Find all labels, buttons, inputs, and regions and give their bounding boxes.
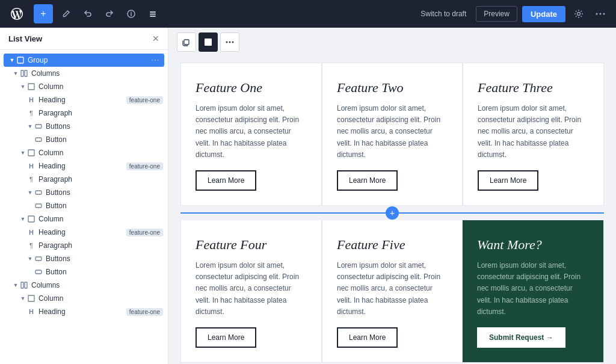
sidebar-item-buttons-1[interactable]: ▼ Buttons xyxy=(0,120,168,133)
preview-button[interactable]: Preview xyxy=(476,6,517,22)
tree-label-heading-3: Heading xyxy=(38,228,124,236)
sidebar-item-heading-2[interactable]: H Heading feature-one xyxy=(0,159,168,173)
tree-toggle-btns-1[interactable]: ▼ xyxy=(26,123,34,130)
sidebar-item-column-2[interactable]: ▼ Column xyxy=(0,146,168,159)
main-area: List View ✕ ▼ Group ⋯ ▼ Columns xyxy=(0,28,616,364)
sidebar: List View ✕ ▼ Group ⋯ ▼ Columns xyxy=(0,28,168,364)
divider-line xyxy=(180,212,386,214)
sidebar-item-button-1[interactable]: Button xyxy=(0,133,168,146)
tree-toggle-col-1[interactable]: ▼ xyxy=(19,83,26,90)
column-icon-1 xyxy=(26,82,36,91)
duplicate-tool-button[interactable] xyxy=(177,32,196,52)
sidebar-item-paragraph-1[interactable]: ¶ Paragraph xyxy=(0,106,168,120)
tree-toggle-col-2[interactable]: ▼ xyxy=(19,149,26,156)
sidebar-item-buttons-3[interactable]: ▼ Buttons xyxy=(0,252,168,265)
feature-text-2: Lorem ipsum dolor sit amet, consectetur … xyxy=(337,103,448,161)
sidebar-item-columns-1[interactable]: ▼ Columns xyxy=(0,67,168,80)
edit-icon-button[interactable] xyxy=(58,5,75,22)
heading-badge-4: feature-one xyxy=(126,308,163,316)
button-icon-3 xyxy=(34,267,43,277)
tree-label-buttons-1: Buttons xyxy=(46,122,163,131)
button-icon-2 xyxy=(34,201,43,211)
settings-gear-button[interactable] xyxy=(570,5,587,22)
add-row-button[interactable]: + xyxy=(386,206,399,220)
tree-label-columns-1: Columns xyxy=(31,69,163,78)
buttons-icon-1 xyxy=(34,122,43,131)
feature-card-2: Feature Two Lorem ipsum dolor sit amet, … xyxy=(322,63,463,205)
paragraph-icon-3: ¶ xyxy=(26,241,36,250)
tree-more-group[interactable]: ⋯ xyxy=(151,55,159,65)
tree-toggle-columns-2[interactable]: ▼ xyxy=(12,282,19,289)
sidebar-item-buttons-2[interactable]: ▼ Buttons xyxy=(0,186,168,199)
svg-rect-17 xyxy=(28,216,34,222)
undo-button[interactable] xyxy=(79,5,96,22)
tree-label-buttons-2: Buttons xyxy=(46,188,163,197)
svg-rect-12 xyxy=(35,125,42,128)
feature-text-4: Lorem ipsum dolor sit amet, consectetur … xyxy=(196,260,307,318)
svg-point-4 xyxy=(578,13,581,16)
editor-more-button[interactable] xyxy=(220,32,239,52)
learn-more-button-1[interactable]: Learn More xyxy=(196,170,256,191)
paragraph-icon-1: ¶ xyxy=(26,108,36,118)
svg-rect-3 xyxy=(150,16,156,17)
list-view-button[interactable] xyxy=(144,5,161,22)
switch-draft-button[interactable]: Switch to draft xyxy=(416,6,471,22)
heading-icon-3: H xyxy=(26,227,36,237)
tree-label-paragraph-1: Paragraph xyxy=(38,109,163,117)
sidebar-item-button-3[interactable]: Button xyxy=(0,265,168,279)
feature-title-2: Feature Two xyxy=(337,80,448,96)
sidebar-item-columns-2[interactable]: ▼ Columns xyxy=(0,279,168,292)
editor-area: Feature One Lorem ipsum dolor sit amet, … xyxy=(168,28,616,364)
columns-icon-2 xyxy=(19,280,29,290)
button-icon-1 xyxy=(34,135,43,144)
learn-more-button-3[interactable]: Learn More xyxy=(478,170,538,191)
sidebar-close-button[interactable]: ✕ xyxy=(152,34,159,43)
svg-rect-13 xyxy=(35,138,42,141)
tree-toggle-columns-1[interactable]: ▼ xyxy=(12,70,19,77)
sidebar-item-button-2[interactable]: Button xyxy=(0,199,168,212)
block-tool-button[interactable] xyxy=(199,32,218,52)
sidebar-item-heading-3[interactable]: H Heading feature-one xyxy=(0,226,168,239)
tree-label-heading-2: Heading xyxy=(38,162,124,170)
svg-rect-11 xyxy=(28,84,34,90)
add-block-button[interactable]: + xyxy=(34,4,53,23)
sidebar-item-column-4[interactable]: ▼ Column xyxy=(0,292,168,305)
info-button[interactable] xyxy=(123,5,140,22)
svg-rect-24 xyxy=(205,39,212,46)
sidebar-item-group[interactable]: ▼ Group ⋯ xyxy=(4,54,164,67)
feature-card-1: Feature One Lorem ipsum dolor sit amet, … xyxy=(181,63,322,205)
sidebar-item-heading-1[interactable]: H Heading feature-one xyxy=(0,93,168,106)
feature-card-6-dark: Want More? Lorem ipsum dolor sit amet, c… xyxy=(463,220,603,362)
heading-badge-1: feature-one xyxy=(126,96,163,104)
tree-toggle-group[interactable]: ▼ xyxy=(8,57,16,64)
tree-toggle-btns-2[interactable]: ▼ xyxy=(26,189,34,196)
more-options-button[interactable] xyxy=(592,5,609,22)
sidebar-item-column-3[interactable]: ▼ Column xyxy=(0,212,168,226)
sidebar-item-heading-4[interactable]: H Heading feature-one xyxy=(0,305,168,318)
submit-request-button[interactable]: Submit Request → xyxy=(477,327,565,348)
sidebar-item-paragraph-2[interactable]: ¶ Paragraph xyxy=(0,173,168,186)
update-button[interactable]: Update xyxy=(522,6,565,22)
sidebar-item-column-1[interactable]: ▼ Column xyxy=(0,80,168,93)
svg-rect-2 xyxy=(150,14,156,15)
sidebar-item-paragraph-3[interactable]: ¶ Paragraph xyxy=(0,239,168,252)
tree-toggle-col-4[interactable]: ▼ xyxy=(19,295,26,302)
toolbar-right: Switch to draft Preview Update xyxy=(416,5,609,22)
feature-text-6: Lorem ipsum dolor sit amet, consectetur … xyxy=(477,260,589,318)
tree-label-col-3: Column xyxy=(38,215,163,223)
learn-more-button-5[interactable]: Learn More xyxy=(337,327,398,348)
tree-label-paragraph-2: Paragraph xyxy=(38,175,163,184)
sidebar-title: List View xyxy=(8,34,42,43)
tree-toggle-col-3[interactable]: ▼ xyxy=(19,215,26,223)
svg-point-5 xyxy=(596,13,598,15)
tree-toggle-btns-3[interactable]: ▼ xyxy=(26,255,34,262)
redo-button[interactable] xyxy=(101,5,118,22)
feature-grid-row2: Feature Four Lorem ipsum dolor sit amet,… xyxy=(180,220,604,363)
learn-more-button-2[interactable]: Learn More xyxy=(337,170,398,191)
heading-icon-4: H xyxy=(26,307,36,316)
tree-label-button-1: Button xyxy=(46,135,163,144)
heading-badge-2: feature-one xyxy=(126,162,163,170)
learn-more-button-4[interactable]: Learn More xyxy=(196,327,256,348)
paragraph-icon-2: ¶ xyxy=(26,174,36,184)
column-icon-2 xyxy=(26,148,36,158)
